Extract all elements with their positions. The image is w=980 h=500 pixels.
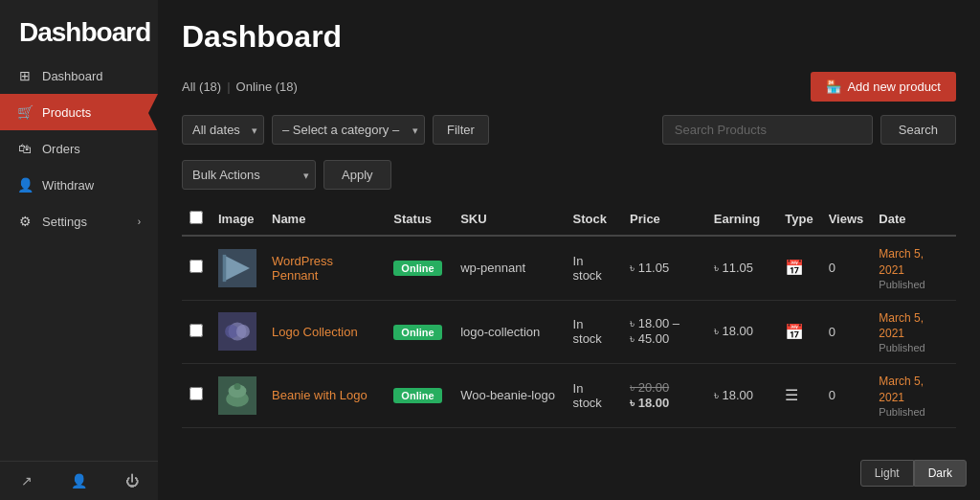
product-date-link[interactable]: March 5, 2021 — [879, 374, 948, 406]
sidebar-item-label: Dashboard — [42, 69, 103, 83]
sidebar-item-label: Settings — [42, 215, 87, 229]
sidebar-item-withdraw[interactable]: 👤 Withdraw — [0, 167, 158, 203]
product-stock: In stock — [573, 381, 602, 410]
svg-point-10 — [234, 383, 240, 390]
external-link-button[interactable]: ↗ — [0, 462, 53, 500]
header-views: Views — [821, 203, 872, 236]
apply-button[interactable]: Apply — [323, 160, 391, 190]
product-earning-cell: ৳ 18.00 — [706, 300, 777, 364]
header-date: Date — [871, 203, 956, 236]
product-sku: Woo-beanie-logo — [460, 388, 555, 402]
product-name-link[interactable]: WordPress Pennant — [272, 254, 333, 283]
svg-point-6 — [236, 325, 250, 338]
add-product-label: Add new product — [847, 80, 941, 94]
product-sku-cell: logo-collection — [453, 300, 565, 364]
dark-theme-button[interactable]: Dark — [914, 460, 967, 487]
add-product-button[interactable]: 🏪 Add new product — [811, 72, 956, 102]
date-filter-wrap: All dates — [182, 115, 264, 145]
header-earning: Earning — [706, 203, 777, 236]
product-status-cell: Online — [386, 236, 453, 300]
user-icon: 👤 — [71, 473, 87, 489]
product-name-cell: Beanie with Logo — [264, 364, 386, 428]
row-checkbox-cell — [182, 300, 211, 364]
page-title: Dashboard — [182, 19, 956, 55]
row-checkbox-cell — [182, 236, 211, 300]
product-name-link[interactable]: Logo Collection — [272, 325, 358, 339]
header-image: Image — [211, 203, 264, 236]
status-online[interactable]: Online (18) — [236, 80, 298, 94]
power-button[interactable]: ⏻ — [105, 462, 158, 500]
product-date-status: Published — [879, 406, 948, 418]
product-earning: ৳ 18.00 — [714, 388, 753, 402]
sidebar-item-label: Orders — [42, 142, 80, 156]
product-date-cell: March 5, 2021 Published — [871, 300, 956, 364]
sidebar-bottom: ↗ 👤 ⏻ — [0, 461, 158, 500]
power-icon: ⏻ — [125, 473, 139, 489]
header-sku: SKU — [453, 203, 565, 236]
sidebar-logo: Dashboard — [0, 0, 158, 57]
product-views: 0 — [829, 388, 835, 402]
status-badge: Online — [393, 388, 441, 403]
product-earning-cell: ৳ 18.00 — [706, 364, 777, 428]
product-views: 0 — [829, 261, 835, 275]
search-input[interactable] — [662, 115, 873, 145]
product-name-cell: Logo Collection — [264, 300, 386, 364]
product-date-status: Published — [879, 279, 948, 290]
product-price-cell: ৳ 18.00 – ৳ 45.00 — [622, 300, 706, 364]
header-price: Price — [622, 203, 706, 236]
product-image-cell — [211, 300, 264, 364]
sidebar-item-dashboard[interactable]: ⊞ Dashboard — [0, 57, 158, 94]
product-date-status: Published — [879, 342, 948, 353]
withdraw-icon: 👤 — [17, 177, 33, 193]
product-sku: wp-pennant — [460, 261, 525, 275]
product-views-cell: 0 — [821, 236, 872, 300]
table-row: WordPress Pennant Online wp-pennant In s… — [182, 236, 956, 300]
filter-row: All dates – Select a category – Filter S… — [182, 115, 956, 145]
product-stock-cell: In stock — [566, 236, 623, 300]
filter-button[interactable]: Filter — [433, 115, 489, 145]
sidebar: Dashboard ⊞ Dashboard 🛒 Products 🛍 Order… — [0, 0, 158, 500]
row-checkbox[interactable] — [189, 260, 203, 273]
row-checkbox[interactable] — [189, 387, 203, 400]
product-price-cell: ৳ 20.00 ৳ 18.00 — [622, 364, 706, 428]
product-image — [218, 249, 256, 287]
product-date-cell: March 5, 2021 Published — [871, 236, 956, 300]
product-date-cell: March 5, 2021 Published — [871, 364, 956, 428]
date-filter[interactable]: All dates — [182, 115, 264, 145]
select-all-checkbox[interactable] — [189, 211, 203, 224]
product-date-link[interactable]: March 5, 2021 — [879, 310, 948, 343]
list-icon: ☰ — [785, 387, 798, 403]
dashboard-icon: ⊞ — [17, 68, 33, 83]
category-filter[interactable]: – Select a category – — [272, 115, 425, 145]
product-earning-cell: ৳ 11.05 — [706, 236, 777, 300]
product-date-link[interactable]: March 5, 2021 — [879, 246, 948, 279]
product-sku: logo-collection — [460, 325, 540, 339]
product-type-cell: 📅 — [777, 236, 820, 300]
sidebar-item-settings[interactable]: ⚙ Settings › — [0, 203, 158, 239]
user-button[interactable]: 👤 — [53, 462, 105, 500]
product-status-cell: Online — [386, 364, 453, 428]
product-earning: ৳ 11.05 — [714, 261, 753, 275]
status-badge: Online — [393, 325, 441, 340]
product-views: 0 — [829, 325, 835, 339]
product-stock-cell: In stock — [566, 364, 623, 428]
search-button[interactable]: Search — [880, 115, 956, 145]
product-price-strikethrough: ৳ 20.00 — [630, 380, 699, 396]
table-header-row: Image Name Status SKU Stock Price Earnin… — [182, 203, 956, 236]
status-all[interactable]: All (18) — [182, 80, 221, 94]
calendar-icon: 📅 — [785, 260, 804, 276]
light-theme-button[interactable]: Light — [860, 460, 914, 487]
product-sku-cell: wp-pennant — [453, 236, 565, 300]
sidebar-item-label: Products — [42, 105, 91, 120]
product-name-link[interactable]: Beanie with Logo — [272, 388, 368, 402]
product-sku-cell: Woo-beanie-logo — [453, 364, 565, 428]
settings-icon: ⚙ — [17, 214, 33, 229]
row-checkbox[interactable] — [189, 324, 203, 337]
sidebar-item-products[interactable]: 🛒 Products — [0, 94, 158, 130]
sidebar-item-orders[interactable]: 🛍 Orders — [0, 130, 158, 167]
bulk-actions-select[interactable]: Bulk Actions — [182, 160, 316, 190]
product-image-cell — [211, 236, 264, 300]
product-image-cell — [211, 364, 264, 428]
header-status: Status — [386, 203, 453, 236]
plus-icon: 🏪 — [826, 80, 841, 94]
